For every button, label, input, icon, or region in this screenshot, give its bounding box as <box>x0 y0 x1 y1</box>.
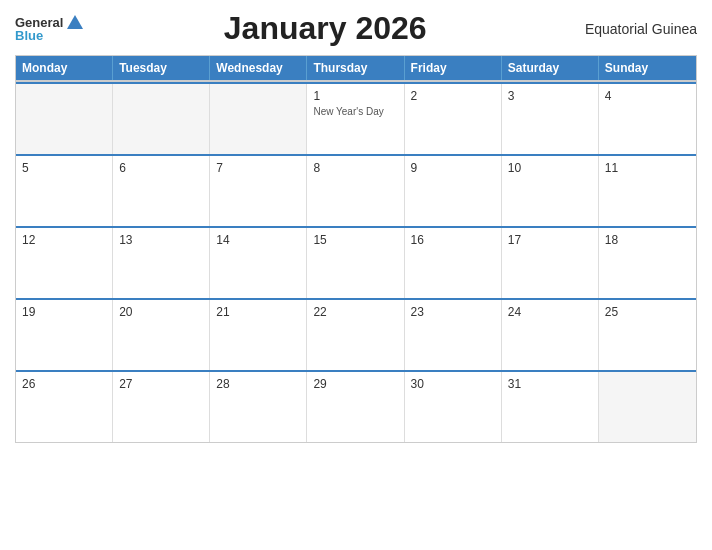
day-number: 16 <box>411 233 495 247</box>
calendar-grid: 1New Year's Day2345678910111213141516171… <box>15 81 697 443</box>
calendar-day-4: 4 <box>599 84 696 154</box>
calendar-day-15: 15 <box>307 228 404 298</box>
day-number: 13 <box>119 233 203 247</box>
calendar-day-3: 3 <box>502 84 599 154</box>
calendar-page: General Blue January 2026 Equatorial Gui… <box>0 0 712 550</box>
calendar-day-empty <box>210 84 307 154</box>
day-number: 19 <box>22 305 106 319</box>
weekday-header-monday: Monday <box>16 56 113 80</box>
day-number: 26 <box>22 377 106 391</box>
weekday-header-friday: Friday <box>405 56 502 80</box>
calendar-day-26: 26 <box>16 372 113 442</box>
calendar-day-16: 16 <box>405 228 502 298</box>
calendar-day-1: 1New Year's Day <box>307 84 404 154</box>
calendar-day-19: 19 <box>16 300 113 370</box>
calendar-weeks: 1New Year's Day2345678910111213141516171… <box>16 82 696 442</box>
day-number: 29 <box>313 377 397 391</box>
logo-general-text: General <box>15 16 63 29</box>
day-number: 23 <box>411 305 495 319</box>
calendar-table: MondayTuesdayWednesdayThursdayFridaySatu… <box>15 55 697 81</box>
day-number: 4 <box>605 89 690 103</box>
calendar-day-14: 14 <box>210 228 307 298</box>
day-number: 20 <box>119 305 203 319</box>
logo-blue-text: Blue <box>15 29 43 42</box>
day-number: 14 <box>216 233 300 247</box>
weekday-header-sunday: Sunday <box>599 56 696 80</box>
calendar-day-empty <box>16 84 113 154</box>
day-number: 31 <box>508 377 592 391</box>
day-number: 17 <box>508 233 592 247</box>
day-number: 21 <box>216 305 300 319</box>
page-title: January 2026 <box>83 10 567 47</box>
weekday-header-wednesday: Wednesday <box>210 56 307 80</box>
day-number: 1 <box>313 89 397 103</box>
calendar-day-5: 5 <box>16 156 113 226</box>
calendar-week-5: 262728293031 <box>16 370 696 442</box>
calendar-day-9: 9 <box>405 156 502 226</box>
calendar-day-30: 30 <box>405 372 502 442</box>
day-number: 28 <box>216 377 300 391</box>
calendar-day-empty <box>599 372 696 442</box>
logo: General Blue <box>15 15 83 42</box>
day-number: 11 <box>605 161 690 175</box>
calendar-day-17: 17 <box>502 228 599 298</box>
weekday-header-saturday: Saturday <box>502 56 599 80</box>
calendar-day-21: 21 <box>210 300 307 370</box>
country-label: Equatorial Guinea <box>567 21 697 37</box>
day-number: 7 <box>216 161 300 175</box>
logo-triangle-icon <box>67 15 83 29</box>
calendar-week-4: 19202122232425 <box>16 298 696 370</box>
day-number: 5 <box>22 161 106 175</box>
calendar-day-22: 22 <box>307 300 404 370</box>
day-number: 12 <box>22 233 106 247</box>
calendar-day-24: 24 <box>502 300 599 370</box>
calendar-week-2: 567891011 <box>16 154 696 226</box>
day-number: 3 <box>508 89 592 103</box>
day-number: 8 <box>313 161 397 175</box>
day-number: 6 <box>119 161 203 175</box>
calendar-day-6: 6 <box>113 156 210 226</box>
day-number: 18 <box>605 233 690 247</box>
weekday-header-tuesday: Tuesday <box>113 56 210 80</box>
calendar-day-12: 12 <box>16 228 113 298</box>
calendar-day-28: 28 <box>210 372 307 442</box>
day-number: 22 <box>313 305 397 319</box>
calendar-day-10: 10 <box>502 156 599 226</box>
day-number: 25 <box>605 305 690 319</box>
day-number: 30 <box>411 377 495 391</box>
calendar-day-8: 8 <box>307 156 404 226</box>
calendar-day-31: 31 <box>502 372 599 442</box>
day-number: 9 <box>411 161 495 175</box>
day-number: 15 <box>313 233 397 247</box>
calendar-week-1: 1New Year's Day234 <box>16 82 696 154</box>
calendar-day-27: 27 <box>113 372 210 442</box>
calendar-day-7: 7 <box>210 156 307 226</box>
calendar-day-23: 23 <box>405 300 502 370</box>
day-number: 2 <box>411 89 495 103</box>
day-number: 27 <box>119 377 203 391</box>
calendar-day-18: 18 <box>599 228 696 298</box>
day-number: 24 <box>508 305 592 319</box>
calendar-day-13: 13 <box>113 228 210 298</box>
calendar-day-25: 25 <box>599 300 696 370</box>
calendar-header-row: MondayTuesdayWednesdayThursdayFridaySatu… <box>16 56 696 80</box>
calendar-day-29: 29 <box>307 372 404 442</box>
calendar-day-11: 11 <box>599 156 696 226</box>
day-event: New Year's Day <box>313 106 397 117</box>
weekday-header-thursday: Thursday <box>307 56 404 80</box>
page-header: General Blue January 2026 Equatorial Gui… <box>15 10 697 47</box>
calendar-day-2: 2 <box>405 84 502 154</box>
calendar-day-empty <box>113 84 210 154</box>
calendar-day-20: 20 <box>113 300 210 370</box>
calendar-week-3: 12131415161718 <box>16 226 696 298</box>
day-number: 10 <box>508 161 592 175</box>
